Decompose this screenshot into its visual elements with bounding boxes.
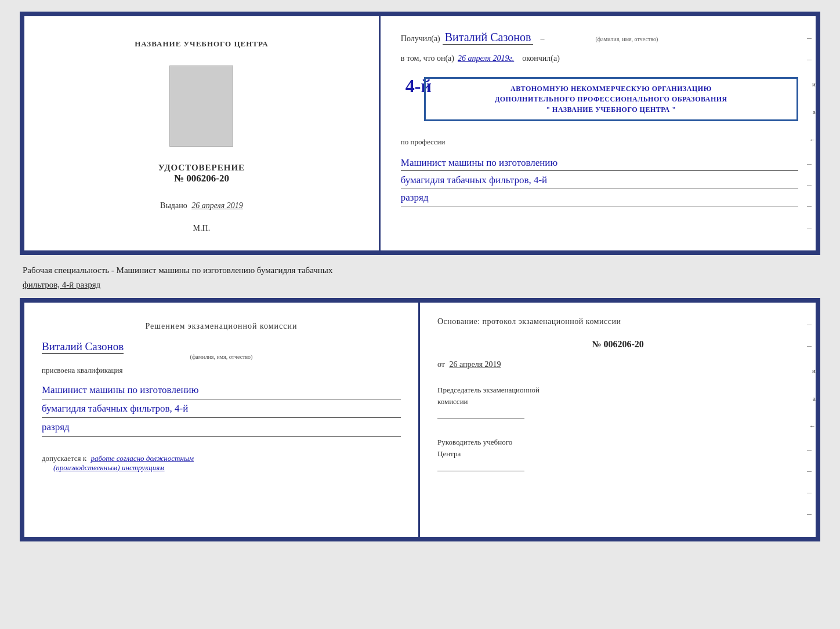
- predsedatel-signature-line: [437, 419, 524, 419]
- vydano-date: 26 апреля 2019: [191, 201, 242, 210]
- protocol-number: № 006206-20: [437, 339, 798, 350]
- photo-placeholder: [169, 66, 233, 147]
- right-edge-decorative: и а ←: [807, 16, 816, 250]
- poluchil-line: Получил(а) Виталий Сазонов – (фамилия, и…: [401, 31, 798, 45]
- profession-block: Машинист машины по изготовлению бумагидл…: [401, 154, 798, 206]
- poluchil-dash: –: [540, 34, 544, 43]
- tsentr-text: Центра: [437, 449, 461, 458]
- komissii-text: комиссии: [437, 397, 468, 406]
- cert-number: № 006206-20: [158, 173, 245, 184]
- bottom-name-sublabel: (фамилия, имя, отчество): [42, 354, 401, 360]
- bottom-edge-dash-3: [807, 450, 812, 451]
- vtom-date: 26 апреля 2019г.: [458, 54, 514, 63]
- stamp-line3: " НАЗВАНИЕ УЧЕБНОГО ЦЕНТРА ": [435, 104, 788, 115]
- poluchil-prefix: Получил(а): [401, 34, 440, 43]
- cert-left-panel: НАЗВАНИЕ УЧЕБНОГО ЦЕНТРА УДОСТОВЕРЕНИЕ №…: [24, 16, 381, 250]
- predsedatel-block: Председатель экзаменационной комиссии: [437, 384, 798, 421]
- dopuskaetsya-block: допускается к работе согласно должностны…: [42, 454, 401, 472]
- stamp-line1: АВТОНОМНУЮ НЕКОММЕРЧЕСКУЮ ОРГАНИЗАЦИЮ: [435, 83, 788, 94]
- rukovoditel-text: Руководитель учебного: [437, 438, 512, 446]
- ot-label: от: [437, 360, 445, 369]
- vtom-line: в том, что он(а) 26 апреля 2019г. окончи…: [401, 54, 798, 63]
- vtom-prefix: в том, что он(а): [401, 54, 454, 63]
- bottom-edge-dash-2: [807, 346, 812, 347]
- bottom-name-line: Виталий Сазонов (фамилия, имя, отчество): [42, 340, 401, 360]
- predsedatel-label: Председатель экзаменационной комиссии: [437, 384, 798, 407]
- vydano-label: Выдано: [160, 201, 187, 210]
- stamp-block: АВТОНОМНУЮ НЕКОММЕРЧЕСКУЮ ОРГАНИЗАЦИЮ ДО…: [424, 77, 798, 121]
- profession-line1: Машинист машины по изготовлению: [401, 155, 798, 171]
- info-line2-text: фильтров, 4-й разряд: [23, 280, 100, 289]
- bottom-profession-line2: бумагидля табачных фильтров, 4-й: [42, 401, 401, 418]
- bottom-profession-line3: разряд: [42, 419, 401, 437]
- bottom-profession-block: Машинист машины по изготовлению бумагидл…: [42, 381, 401, 437]
- bottom-edge-label-a: а: [807, 395, 816, 402]
- protocol-date-value: 26 апреля 2019: [449, 360, 501, 369]
- dopuskaetsya-prefix: допускается к: [42, 454, 86, 463]
- cert-udostoverenie-label: УДОСТОВЕРЕНИЕ: [158, 163, 245, 173]
- dopuskaetsya-text: работе согласно должностным: [90, 454, 194, 463]
- edge-dash-2: [807, 60, 812, 60]
- rukovoditel-block: Руководитель учебного Центра: [437, 437, 798, 474]
- bottom-edge-dash-4: [807, 471, 812, 472]
- profession-line2: бумагидля табачных фильтров, 4-й: [401, 172, 798, 188]
- profession-line3: разряд: [401, 190, 798, 206]
- po-professii-label: по профессии: [401, 137, 798, 147]
- bottom-right-panel: Основание: протокол экзаменационной коми…: [420, 303, 816, 537]
- bottom-edge-dash-1: [807, 325, 812, 325]
- info-text-line1: Рабочая специальность - Машинист машины …: [20, 266, 820, 275]
- bottom-right-edge-decorative: и а ←: [807, 303, 816, 537]
- bottom-left-panel: Решением экзаменационной комиссии Витали…: [24, 303, 420, 537]
- bottom-edge-dash-6: [807, 514, 812, 515]
- recipient-name: Виталий Сазонов: [443, 31, 534, 45]
- edge-dash-4: [807, 185, 812, 186]
- bottom-profession-line1: Машинист машины по изготовлению: [42, 382, 401, 399]
- cert-training-center-title: НАЗВАНИЕ УЧЕБНОГО ЦЕНТРА: [135, 39, 269, 49]
- name-sublabel: (фамилия, имя, отчество): [595, 36, 658, 42]
- predsedatel-text: Председатель экзаменационной: [437, 386, 540, 394]
- okonchil-label: окончил(а): [522, 54, 560, 63]
- stamp-line2: ДОПОЛНИТЕЛЬНОГО ПРОФЕССИОНАЛЬНОГО ОБРАЗО…: [435, 94, 788, 104]
- edge-label-arrow: ←: [807, 136, 816, 143]
- edge-dash-5: [807, 206, 812, 207]
- edge-label-a: а: [807, 108, 816, 115]
- rukovoditel-label: Руководитель учебного Центра: [437, 437, 798, 459]
- certificate-document: НАЗВАНИЕ УЧЕБНОГО ЦЕНТРА УДОСТОВЕРЕНИЕ №…: [20, 12, 820, 255]
- edge-dash-1: [807, 38, 812, 39]
- edge-dash-3: [807, 164, 812, 165]
- bottom-edge-label-arrow: ←: [807, 423, 816, 430]
- cert-issued-line: Выдано 26 апреля 2019: [160, 201, 243, 210]
- cert-right-panel: Получил(а) Виталий Сазонов – (фамилия, и…: [381, 16, 816, 250]
- info-text-section: Рабочая специальность - Машинист машины …: [20, 261, 820, 292]
- bottom-title: Решением экзаменационной комиссии: [42, 320, 401, 332]
- prisvoena-label: присвоена квалификация: [42, 366, 401, 375]
- dopuskaetsya-text2: (производственным) инструкциям: [53, 463, 165, 472]
- bottom-edge-dash-5: [807, 493, 812, 493]
- mp-label: М.П.: [193, 224, 211, 233]
- edge-label-i: и: [807, 81, 816, 88]
- info-line1-text: Рабочая специальность - Машинист машины …: [23, 266, 332, 275]
- edge-dash-6: [807, 228, 812, 228]
- osnovanie-title: Основание: протокол экзаменационной коми…: [437, 317, 798, 326]
- bottom-edge-label-i: и: [807, 367, 816, 374]
- bottom-name: Виталий Сазонов: [42, 340, 124, 354]
- protocol-date: от 26 апреля 2019: [437, 360, 798, 369]
- bottom-document: Решением экзаменационной комиссии Витали…: [20, 298, 820, 541]
- info-text-line2: фильтров, 4-й разряд: [20, 280, 820, 290]
- rukovoditel-signature-line: [437, 471, 524, 471]
